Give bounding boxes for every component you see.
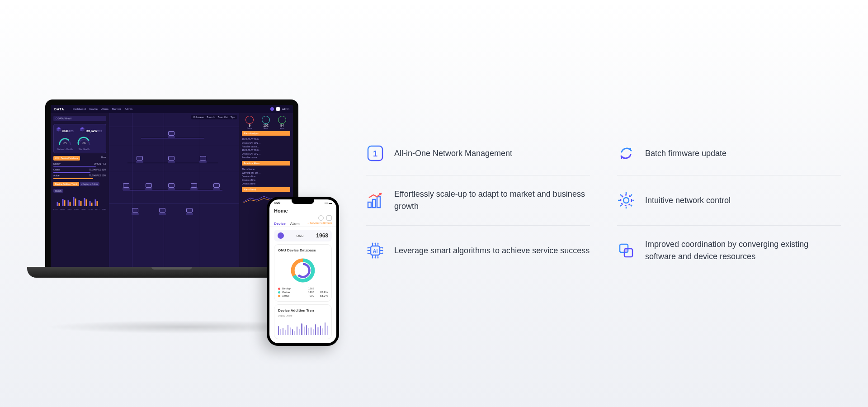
notification-icon	[318, 215, 324, 221]
service-fulfillment-link: + Service Fulfillment	[307, 222, 332, 226]
svg-point-62	[382, 250, 383, 251]
feature-scale-up: Effortlessly scale-up to adapt to market…	[366, 175, 590, 226]
svg-point-63	[382, 253, 383, 254]
svg-rect-21	[86, 199, 87, 206]
cube-icon	[80, 127, 85, 132]
topology-node	[168, 131, 175, 136]
converge-icon	[617, 241, 635, 260]
addition-trend-section: Device Addition Trend • Deploy • Online …	[53, 182, 106, 211]
svg-text:85: 85	[64, 142, 67, 145]
onu-metric: ONU 1968	[274, 230, 332, 241]
svg-rect-34	[377, 197, 380, 208]
svg-rect-18	[70, 202, 71, 206]
phone-title: Home	[274, 208, 332, 213]
status-dot-icon	[270, 107, 274, 111]
username: admin	[282, 108, 289, 110]
growth-icon	[366, 191, 384, 209]
feature-converge: Improved coordination by converging exis…	[617, 226, 841, 275]
svg-point-52	[372, 243, 373, 244]
onu-database-card: ONU Device Database Deploy1968 Online130…	[274, 244, 332, 302]
svg-point-58	[368, 247, 369, 249]
svg-rect-22	[91, 203, 93, 206]
svg-point-53	[375, 243, 376, 244]
svg-point-56	[375, 257, 376, 259]
nav-dashboard: Dashboard	[72, 108, 85, 110]
svg-point-36	[623, 198, 629, 203]
dashboard-left-panel: C-DATA-WHAN 368/PCS 99,626/PCS	[51, 113, 109, 267]
nav-monitor: Monitor	[112, 108, 121, 110]
onu-database-section: ONU Device Database More Deploy99,626 PC…	[53, 156, 106, 179]
addition-trend-card: Device Addition Tren Deploy Online	[274, 304, 332, 339]
nav-admin: Admin	[125, 108, 132, 110]
svg-point-61	[382, 247, 383, 249]
gear-icon	[617, 191, 635, 209]
settings-icon	[326, 215, 332, 221]
signal-icon: ••• ▬	[325, 201, 332, 204]
logo: DATA	[54, 108, 64, 111]
dashboard-navbar: DATA Dashboard Device Alarm Monitor Admi…	[51, 105, 293, 113]
svg-text:1: 1	[373, 149, 377, 158]
nav-device: Device	[90, 108, 98, 110]
svg-rect-9	[62, 199, 64, 206]
svg-rect-12	[79, 200, 80, 206]
svg-text:89: 89	[82, 142, 85, 145]
svg-rect-33	[373, 199, 376, 208]
tab-alarm: Alarm	[290, 222, 300, 226]
svg-rect-66	[624, 249, 628, 252]
addition-trend-chart	[53, 193, 106, 208]
phone-bar-chart	[278, 317, 328, 335]
gauge-network-health: 85 Network Health	[57, 136, 73, 147]
svg-text:AI: AI	[373, 248, 378, 254]
svg-point-54	[377, 243, 379, 244]
svg-rect-23	[97, 201, 98, 206]
phone-tabs: Device Alarm + Service Fulfillment	[269, 221, 336, 227]
svg-rect-8	[57, 202, 58, 206]
dashboard-screenshot: DATA Dashboard Device Alarm Monitor Admi…	[51, 105, 293, 267]
svg-point-60	[368, 253, 369, 254]
feature-smart-algorithms: AI Leverage smart algorithms to achieve …	[366, 226, 590, 275]
topology-map: FullscreenZoom InZoom OutTips	[109, 113, 239, 267]
svg-rect-14	[90, 201, 91, 206]
device-mockups: DATA Dashboard Device Alarm Monitor Admi…	[27, 86, 335, 321]
stats-card: 368/PCS 99,626/PCS 85 Network Health	[53, 124, 106, 153]
svg-rect-10	[68, 200, 69, 206]
svg-rect-15	[95, 199, 96, 206]
nav-alarm: Alarm	[101, 108, 108, 110]
cube-icon	[56, 127, 61, 132]
svg-rect-19	[75, 199, 76, 206]
svg-rect-13	[84, 198, 85, 206]
svg-rect-32	[368, 202, 371, 208]
svg-point-57	[377, 257, 379, 259]
refresh-icon	[617, 144, 635, 162]
region-select: C-DATA-WHAN	[53, 116, 106, 121]
avatar	[276, 107, 280, 111]
svg-point-27	[297, 264, 310, 277]
feature-grid: 1 All-in-One Network Management Batch fi…	[366, 132, 841, 275]
alarm-counters: 9Critical 162Major 94Minor	[242, 116, 290, 129]
gauge-site-health: 89 Site Health	[76, 136, 92, 147]
svg-rect-16	[59, 203, 60, 206]
donut-chart	[288, 256, 317, 285]
onu-icon	[278, 232, 284, 239]
svg-point-59	[368, 250, 369, 251]
phone-mockup: 4:20 ••• ▬ Home Device Alarm + Service F…	[267, 197, 339, 346]
feature-batch-update: Batch firmware update	[617, 132, 841, 175]
map-toolbar: FullscreenZoom InZoom OutTips	[191, 115, 237, 119]
svg-rect-17	[64, 200, 66, 206]
ai-icon: AI	[366, 241, 384, 260]
number-one-icon: 1	[366, 144, 384, 162]
feature-intuitive-control: Intuitive network control	[617, 175, 841, 226]
svg-point-55	[372, 257, 373, 259]
svg-point-37	[621, 195, 632, 206]
feature-all-in-one: 1 All-in-One Network Management	[366, 132, 590, 175]
tab-device: Device	[274, 222, 286, 226]
svg-rect-20	[80, 201, 82, 206]
svg-rect-11	[73, 197, 75, 206]
